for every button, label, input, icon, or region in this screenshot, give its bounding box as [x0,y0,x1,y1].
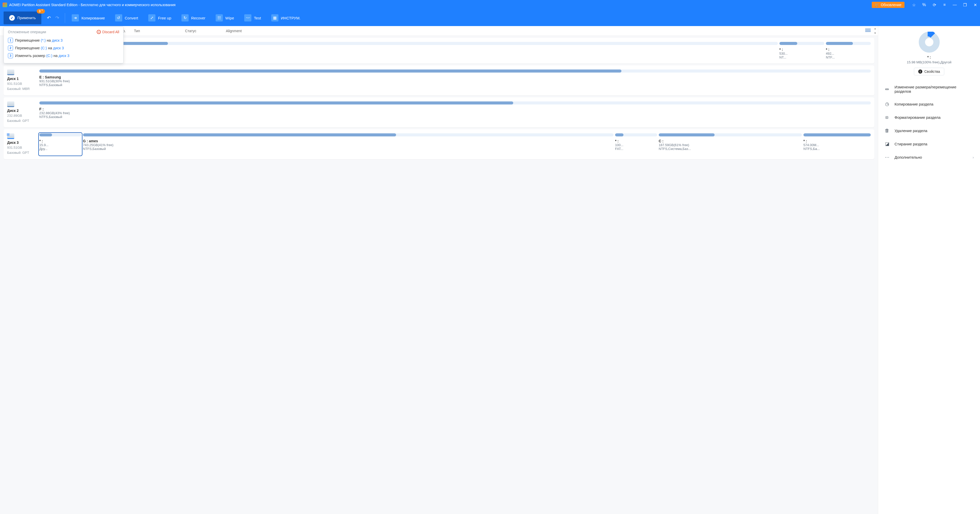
menu-icon[interactable]: ≡ [942,3,947,7]
wipe-icon: ☷ [216,14,223,21]
partition[interactable]: * :574.00M...NTFS,Ба... [803,133,871,155]
partition-bar [615,133,657,136]
col-align[interactable]: Alignment [223,29,251,33]
disk-name: Диск 2 [7,109,36,113]
partition[interactable]: G : ames743.25GB(41% free)NTFS,Базовый [83,133,614,155]
disk-panel: остр. Тип Статус Alignment ▲ ▼ 1.82TBБаз… [0,26,878,514]
disk-icon [7,70,14,75]
op-text: Перемещение (*:) на диск 3 [15,38,62,42]
more-icon: ⋯ [884,154,890,160]
pending-operation[interactable]: 3Изменить размер (C:) на диск 3 [8,52,119,59]
partition[interactable]: C :187.59GB(61% free)NTFS,Система,Баз... [659,133,802,155]
test-tool[interactable]: 〰Test [241,11,265,24]
col-type[interactable]: Тип [131,29,182,33]
partition-bar [77,42,778,45]
view-toggle-icon[interactable] [865,29,871,33]
disk-row[interactable]: Диск 1931.51GBБазовый: MBRE : Samsung931… [3,65,874,95]
disk-row[interactable]: Диск 2232.89GBБазовый: GPTF :232.88GB(43… [3,97,874,127]
recover-label: Recover [191,16,205,20]
tools-tool[interactable]: ▦ИНСТРУМ. [268,11,304,24]
apply-label: Применить [18,16,36,20]
star-icon[interactable]: ☆ [912,3,916,7]
copy-label: Копирование [81,16,105,20]
wipe-label: Wipe [225,16,234,20]
test-label: Test [254,16,261,20]
convert-tool[interactable]: ↺Convert [111,11,142,24]
wipe-tool[interactable]: ☷Wipe [212,11,238,24]
separator [65,13,65,23]
partition-fs: NTFS,Базовый [39,115,871,119]
tools-label: ИНСТРУМ. [281,16,301,20]
col-status[interactable]: Статус [182,29,223,33]
scroll-up-icon[interactable]: ▲ [873,27,877,31]
format-partition-action[interactable]: ⦻Форматирование раздела [883,111,975,124]
disk-icon [7,133,14,139]
disk-scheme-label: Базовый: GPT [7,150,36,155]
pending-operation[interactable]: 1Перемещение (*:) на диск 3 [8,37,119,44]
partition-bar [39,101,871,104]
pending-operations-popup: Отложенные операции ✕ Discard All 1Перем… [3,27,124,63]
partition-fs: Дру... [39,147,81,151]
discard-all-button[interactable]: ✕ Discard All [97,30,119,34]
popup-title: Отложенные операции [8,30,46,34]
upgrade-button[interactable]: 🛒 Обновление [872,2,904,8]
resize-icon: ⇔ [884,86,890,92]
disk-row[interactable]: 1.82TBБазовый: GPT128...Дру...1.82TB(87%… [3,38,874,63]
more-actions[interactable]: ⋯Дополнительно › [883,150,975,164]
format-icon: ⦻ [884,115,890,120]
disk-row[interactable]: Диск 3931.51GBБазовый: GPT* :15.9...Дру.… [3,129,874,159]
eraser-icon: ◪ [884,141,890,147]
partition-label: G : ames [83,139,614,143]
partition-label: F : [39,107,871,111]
recover-tool[interactable]: ↻Recover [178,11,209,24]
clock-icon: ◷ [884,101,890,107]
redo-button[interactable]: ↷ [56,15,59,21]
op-number: 2 [8,45,13,51]
partition-bar [659,133,802,136]
upgrade-label: Обновление [881,3,901,7]
copy-partition-action[interactable]: ◷Копирование раздела [883,97,975,111]
check-icon: ✓ [9,15,15,21]
recover-icon: ↻ [181,14,189,21]
resize-move-action[interactable]: ⇔Изменение размера/перемещение разделов [883,81,975,97]
refresh-icon[interactable]: ⟳ [932,3,937,7]
partition[interactable]: F :232.88GB(43% free)NTFS,Базовый [39,101,871,123]
window-title: AOMEI Partition Assistant Standard Editi… [9,3,872,7]
app-logo [3,3,7,7]
partition-bar [39,133,81,136]
freeup-tool[interactable]: ⤢Free up [145,11,175,24]
delete-partition-action[interactable]: 🗑Удаление раздела [883,124,975,137]
disk-scheme-label: Базовый: MBR [7,86,36,91]
copy-icon: ➜ [72,14,79,21]
op-number: 3 [8,53,13,58]
toolbar: 3 ˅ ✓ Применить ↶ ↷ ➜Копирование ↺Conver… [0,10,980,26]
partition[interactable]: * :100...FAT... [615,133,657,155]
undo-button[interactable]: ↶ [47,15,51,21]
properties-button[interactable]: i Свойства [914,68,944,75]
scroll-down-icon[interactable]: ▼ [873,32,877,35]
partition-bar [803,133,871,136]
minimize-icon[interactable]: — [953,3,957,7]
discard-icon: ✕ [97,30,101,34]
wipe-partition-action[interactable]: ◪Стирание раздела [883,137,975,150]
disk-name: Диск 1 [7,77,36,81]
partition-fs: NTFS,Базовый [77,51,778,55]
link-icon[interactable]: % [922,3,926,7]
partition[interactable]: * :15.9...Дру... [39,133,81,155]
partition[interactable]: E : Samsung931.51GB(30% free)NTFS,Базовы… [39,70,871,91]
partition-label: * : [826,48,871,52]
partition[interactable]: * :492...NTF... [826,42,871,59]
close-icon[interactable]: ✕ [973,3,977,7]
info-icon: i [918,70,922,73]
partition[interactable]: 1.82TB(87% free)NTFS,Базовый [77,42,778,59]
pending-operation[interactable]: 2Перемещение (C:) на диск 3 [8,44,119,52]
tools-icon: ▦ [271,14,278,21]
freeup-label: Free up [158,16,171,20]
apply-button[interactable]: 3 ˅ ✓ Применить [3,11,41,24]
partition[interactable]: * :530...NT... [780,42,824,59]
partition-fs: NT... [780,56,824,59]
copy-tool[interactable]: ➜Копирование [68,11,108,24]
side-panel: * : 15.98 MB(100% free),Другой i Свойств… [878,26,980,514]
test-icon: 〰 [244,14,251,21]
maximize-icon[interactable]: ❐ [963,3,967,7]
